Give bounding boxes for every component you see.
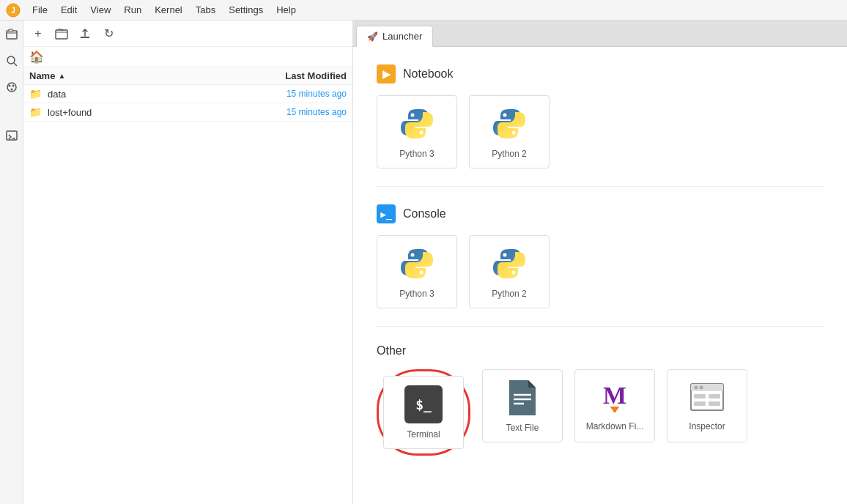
notebook-python3-card[interactable]: Python 3 [377,95,457,168]
sidebar-terminal-icon[interactable] [2,126,21,145]
file-toolbar: + ↻ [23,21,352,47]
svg-rect-33 [709,401,720,406]
terminal-label: Terminal [407,429,440,440]
section-divider [377,186,824,187]
svg-point-16 [512,131,516,135]
terminal-card-wrapper[interactable]: $_ Terminal [377,369,470,456]
name-column-header[interactable]: Name ▲ [29,70,285,81]
breadcrumb-bar: 🏠 [23,47,352,67]
svg-rect-30 [694,394,706,399]
console-section-header: ▶_ Console [377,204,824,223]
sidebar-search-icon[interactable] [2,51,21,70]
launcher-tab[interactable]: 🚀 Launcher [356,26,433,47]
svg-point-8 [12,85,14,87]
svg-point-17 [411,253,415,257]
launcher-tab-label: Launcher [382,31,422,42]
content-area: 🚀 Launcher ▶ Notebook [353,21,847,504]
menu-edit[interactable]: Edit [55,3,83,17]
file-name: lost+found [48,107,286,118]
notebook-python2-card[interactable]: Python 2 [469,95,550,168]
file-row[interactable]: 📁 lost+found 15 minutes ago [23,103,352,122]
sidebar-palette-icon[interactable] [2,78,21,97]
textfile-icon [506,379,539,417]
menu-view[interactable]: View [84,3,116,17]
file-list: 📁 data 15 minutes ago 📁 lost+found 15 mi… [23,85,352,504]
folder-icon: 📁 [29,106,42,118]
markdown-icon: M [597,380,632,415]
console-section-title: Console [403,207,446,220]
svg-point-9 [10,89,12,91]
menu-kernel[interactable]: Kernel [149,3,188,17]
menu-run[interactable]: Run [118,3,147,17]
folder-icon: 📁 [29,88,42,100]
svg-point-7 [8,85,10,87]
svg-point-14 [420,131,424,135]
svg-line-5 [14,63,17,66]
console-python3-card[interactable]: Python 3 [377,235,457,308]
terminal-card[interactable]: $_ Terminal [383,376,464,449]
notebook-card-grid: Python 3 Python 2 [377,95,824,168]
file-modified: 15 minutes ago [286,107,347,117]
menu-settings[interactable]: Settings [223,3,269,17]
main-layout: + ↻ 🏠 Name ▲ [0,21,847,504]
other-card-grid: $_ Terminal Text File [377,369,824,456]
python2-notebook-icon [490,105,528,143]
markdownfile-card[interactable]: M Markdown Fi... [574,369,655,442]
tab-bar: 🚀 Launcher [353,21,847,47]
console-card-grid: Python 3 Python 2 [377,235,824,308]
console-python2-label: Python 2 [492,289,526,299]
textfile-label: Text File [506,423,539,433]
python3-notebook-icon [398,105,436,143]
notebook-section-header: ▶ Notebook [377,64,824,84]
notebook-icon: ▶ [377,64,396,84]
refresh-button[interactable]: ↻ [100,25,117,42]
svg-point-28 [695,385,698,389]
svg-point-19 [503,253,507,257]
menu-file[interactable]: File [26,3,53,17]
svg-rect-32 [694,401,706,406]
upload-button[interactable] [76,25,94,42]
home-icon[interactable]: 🏠 [29,50,44,64]
svg-rect-3 [9,29,12,32]
section-divider-2 [377,326,824,327]
app-logo: J [6,3,21,18]
launcher-tab-icon: 🚀 [367,32,378,42]
new-file-button[interactable]: + [29,25,47,42]
svg-text:J: J [11,7,15,15]
svg-point-29 [700,385,703,389]
menu-help[interactable]: Help [270,3,302,17]
sidebar-files-icon[interactable] [2,25,21,44]
menu-tabs[interactable]: Tabs [190,3,221,17]
launcher-panel: ▶ Notebook Python 3 [353,47,847,504]
file-modified: 15 minutes ago [286,89,347,99]
file-name: data [48,89,286,100]
svg-rect-31 [709,394,720,399]
file-panel: + ↻ 🏠 Name ▲ [23,21,353,504]
file-list-header: Name ▲ Last Modified [23,67,352,85]
console-python2-card[interactable]: Python 2 [469,235,550,308]
svg-point-4 [7,56,15,64]
terminal-icon: $_ [404,385,443,423]
other-section-title: Other [377,344,824,357]
console-icon: ▶_ [377,204,396,223]
inspector-card[interactable]: Inspector [667,369,747,442]
file-row[interactable]: 📁 data 15 minutes ago [23,85,352,103]
console-python3-label: Python 3 [399,289,434,299]
svg-text:M: M [603,382,626,409]
new-folder-button[interactable] [53,25,70,42]
svg-rect-2 [7,31,17,39]
inspector-icon [688,381,726,415]
svg-point-20 [512,271,516,275]
markdownfile-label: Markdown Fi... [586,421,644,431]
menu-bar: J File Edit View Run Kernel Tabs Setting… [0,0,847,21]
icon-sidebar [0,21,23,504]
svg-rect-12 [56,30,67,39]
modified-column-header[interactable]: Last Modified [285,70,347,81]
textfile-card[interactable]: Text File [482,369,563,442]
svg-point-15 [503,114,507,117]
sort-arrow-icon: ▲ [58,72,65,80]
notebook-python2-label: Python 2 [492,149,526,159]
name-header-label: Name [29,70,55,81]
svg-point-13 [411,114,415,117]
svg-point-18 [420,271,424,275]
